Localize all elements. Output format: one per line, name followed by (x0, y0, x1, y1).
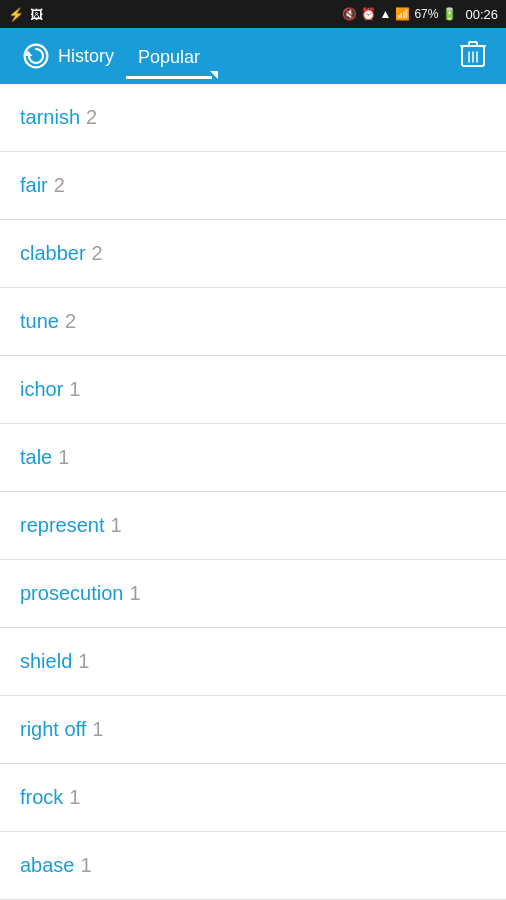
list-item[interactable]: frock 1 (0, 764, 506, 832)
word-text: shield (20, 650, 72, 673)
word-count: 1 (81, 854, 92, 877)
word-text: frock (20, 786, 63, 809)
word-count: 2 (54, 174, 65, 197)
word-text: right off (20, 718, 86, 741)
status-right-icons: 🔇 ⏰ ▲ 📶 67% 🔋 00:26 (342, 7, 498, 22)
word-text: prosecution (20, 582, 123, 605)
word-text: abase (20, 854, 75, 877)
word-text: tune (20, 310, 59, 333)
word-text: fair (20, 174, 48, 197)
word-count: 1 (78, 650, 89, 673)
usb-icon: ⚡ (8, 7, 24, 22)
list-item[interactable]: right off 1 (0, 696, 506, 764)
list-item[interactable]: tale 1 (0, 424, 506, 492)
list-item[interactable]: abase 1 (0, 832, 506, 900)
word-text: ichor (20, 378, 63, 401)
word-count: 2 (86, 106, 97, 129)
list-item[interactable]: prosecution 1 (0, 560, 506, 628)
list-item[interactable]: clabber 2 (0, 220, 506, 288)
battery-level: 67% (414, 7, 438, 21)
word-count: 1 (69, 786, 80, 809)
word-text: clabber (20, 242, 86, 265)
trash-button[interactable] (448, 32, 498, 81)
status-bar: ⚡ 🖼 🔇 ⏰ ▲ 📶 67% 🔋 00:26 (0, 0, 506, 28)
list-item[interactable]: fair 2 (0, 152, 506, 220)
nav-bar: History Popular (0, 28, 506, 84)
history-tab[interactable]: History (8, 32, 126, 80)
alarm-icon: ⏰ (361, 7, 376, 21)
word-count: 2 (92, 242, 103, 265)
history-label: History (58, 46, 114, 67)
list-item[interactable]: tune 2 (0, 288, 506, 356)
word-count: 1 (92, 718, 103, 741)
word-count: 2 (65, 310, 76, 333)
battery-icon: 🔋 (442, 7, 457, 21)
word-count: 1 (111, 514, 122, 537)
word-text: tarnish (20, 106, 80, 129)
history-icon (20, 40, 52, 72)
status-left-icons: ⚡ 🖼 (8, 7, 43, 22)
list-item[interactable]: ichor 1 (0, 356, 506, 424)
list-item[interactable]: represent 1 (0, 492, 506, 560)
popular-tab[interactable]: Popular (126, 39, 212, 79)
image-icon: 🖼 (30, 7, 43, 22)
svg-rect-4 (469, 42, 477, 46)
status-time: 00:26 (465, 7, 498, 22)
word-text: tale (20, 446, 52, 469)
signal-icon: 📶 (395, 7, 410, 21)
list-item[interactable]: tarnish 2 (0, 84, 506, 152)
word-count: 1 (58, 446, 69, 469)
wifi-icon: ▲ (380, 7, 392, 21)
word-list: tarnish 2fair 2clabber 2tune 2ichor 1tal… (0, 84, 506, 900)
list-item[interactable]: shield 1 (0, 628, 506, 696)
word-count: 1 (69, 378, 80, 401)
word-count: 1 (129, 582, 140, 605)
mute-icon: 🔇 (342, 7, 357, 21)
popular-label: Popular (138, 47, 200, 67)
word-text: represent (20, 514, 105, 537)
